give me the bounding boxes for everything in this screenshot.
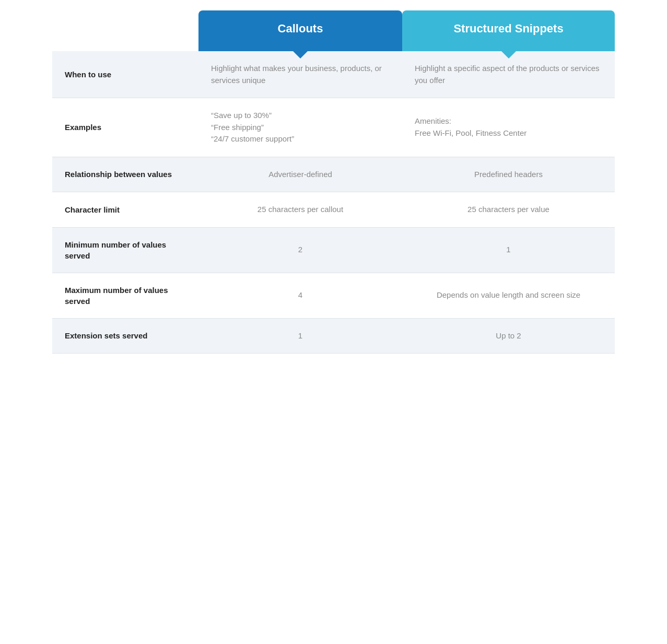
snippets-header-box: Structured Snippets (402, 10, 615, 51)
label-maximum-values: Maximum number of values served (52, 273, 198, 318)
callouts-header-box: Callouts (198, 10, 402, 51)
row-examples: Examples“Save up to 30%”“Free shipping”“… (52, 98, 615, 157)
callouts-examples: “Save up to 30%”“Free shipping”“24/7 cus… (198, 98, 402, 157)
empty-header-cell (52, 10, 198, 51)
label-minimum-values: Minimum number of values served (52, 227, 198, 273)
snippets-extension-sets: Up to 2 (402, 318, 615, 354)
snippets-character-limit: 25 characters per value (402, 192, 615, 228)
label-when-to-use: When to use (52, 51, 198, 98)
callouts-relationship-between-values: Advertiser-defined (198, 157, 402, 192)
snippets-header-title: Structured Snippets (453, 22, 563, 35)
label-examples: Examples (52, 98, 198, 157)
row-extension-sets: Extension sets served1Up to 2 (52, 318, 615, 354)
callouts-extension-sets: 1 (198, 318, 402, 354)
row-minimum-values: Minimum number of values served21 (52, 227, 615, 273)
snippets-minimum-values: 1 (402, 227, 615, 273)
callouts-maximum-values: 4 (198, 273, 402, 318)
callouts-minimum-values: 2 (198, 227, 402, 273)
snippets-maximum-values: Depends on value length and screen size (402, 273, 615, 318)
label-character-limit: Character limit (52, 192, 198, 228)
snippets-header-cell: Structured Snippets (402, 10, 615, 51)
callouts-header-cell: Callouts (198, 10, 402, 51)
row-relationship-between-values: Relationship between valuesAdvertiser-de… (52, 157, 615, 192)
label-relationship-between-values: Relationship between values (52, 157, 198, 192)
callouts-character-limit: 25 characters per callout (198, 192, 402, 228)
snippets-relationship-between-values: Predefined headers (402, 157, 615, 192)
label-extension-sets: Extension sets served (52, 318, 198, 354)
row-character-limit: Character limit25 characters per callout… (52, 192, 615, 228)
row-maximum-values: Maximum number of values served4Depends … (52, 273, 615, 318)
callouts-header-title: Callouts (278, 22, 323, 35)
snippets-examples: Amenities:Free Wi-Fi, Pool, Fitness Cent… (402, 98, 615, 157)
snippets-bold-label: Amenities: (415, 116, 451, 125)
row-when-to-use: When to useHighlight what makes your bus… (52, 51, 615, 98)
